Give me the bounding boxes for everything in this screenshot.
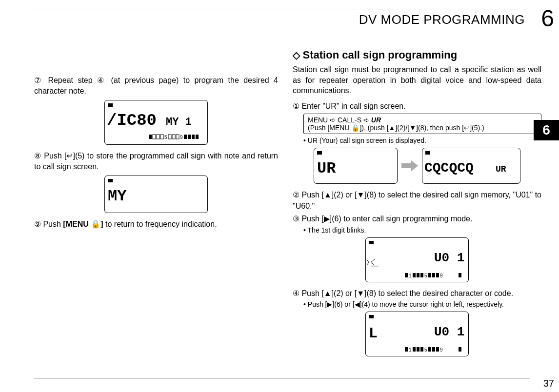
footer-rule <box>34 378 530 378</box>
svg-rect-42 <box>405 347 408 352</box>
svg-text:1: 1 <box>409 347 412 353</box>
svg-rect-28 <box>405 273 408 277</box>
page-root: DV MODE PROGRAMMING 6 6 ⑦ Repeat step ④ … <box>0 0 559 392</box>
svg-rect-49 <box>432 347 435 352</box>
step-1: ① Enter "UR" in call sign screen. <box>293 101 541 112</box>
svg-rect-38 <box>459 273 461 277</box>
svg-rect-10 <box>176 135 179 139</box>
svg-rect-50 <box>436 347 439 352</box>
svg-text:UR: UR <box>496 164 506 174</box>
step-4-note: • Push [▶](6) or [◀](4) to move the curs… <box>303 300 541 309</box>
step-9: ⑨ Push [MENU 🔒] to return to frequency i… <box>34 219 278 230</box>
svg-rect-31 <box>417 273 419 277</box>
svg-text:CQCQCQ: CQCQCQ <box>424 160 474 176</box>
svg-rect-44 <box>413 347 416 352</box>
svg-rect-25 <box>369 241 374 244</box>
menu-path-ur: UR <box>371 116 381 124</box>
svg-rect-12 <box>184 135 187 139</box>
step-9-post: to return to frequency indication. <box>105 220 217 228</box>
svg-text:/IC80: /IC80 <box>107 111 157 130</box>
svg-rect-39 <box>369 315 374 318</box>
step-3: ③ Push [▶](6) to enter call sign program… <box>293 214 541 224</box>
menu-path-box: MENU ➪ CALL-S ➪ UR (Push [MENU 🔒]), (pus… <box>303 114 541 134</box>
section-intro: Station call sign must be programmed to … <box>293 64 541 96</box>
svg-rect-30 <box>413 273 416 277</box>
svg-rect-48 <box>428 347 431 352</box>
svg-rect-4 <box>153 135 156 139</box>
header-rule <box>34 9 530 9</box>
svg-rect-32 <box>420 273 423 277</box>
svg-rect-15 <box>196 135 199 139</box>
right-column: Station call sign programming Station ca… <box>293 49 541 362</box>
svg-rect-14 <box>192 135 195 139</box>
lcd-ur-right: CQCQCQ UR <box>422 148 520 184</box>
page-number: 37 <box>543 378 554 389</box>
svg-text:MY 1: MY 1 <box>166 116 192 128</box>
svg-text:1: 1 <box>409 273 412 278</box>
svg-text:5: 5 <box>424 273 427 278</box>
svg-text:9: 9 <box>180 135 183 140</box>
section-title: Station call sign programming <box>293 49 541 61</box>
lcd-ic80: /IC80 MY 1 5 9 <box>104 100 208 145</box>
svg-rect-16 <box>108 179 113 182</box>
svg-text:_: _ <box>370 254 379 269</box>
svg-text:5: 5 <box>164 135 167 140</box>
svg-rect-18 <box>317 151 322 155</box>
svg-text:9: 9 <box>440 347 443 353</box>
svg-rect-35 <box>432 273 435 277</box>
svg-rect-6 <box>160 135 163 139</box>
svg-rect-52 <box>459 347 461 352</box>
step-3-note: • The 1st digit blinks. <box>303 226 541 235</box>
lcd-ur-pair: UR CQCQCQ UR <box>293 148 541 184</box>
svg-text:U0 1: U0 1 <box>434 325 464 339</box>
svg-rect-45 <box>417 347 419 352</box>
svg-rect-8 <box>168 135 171 139</box>
menu-button-label: [MENU 🔒] <box>63 220 103 228</box>
step-2: ② Push [▲](2) or [▼](8) to select the de… <box>293 190 541 212</box>
svg-rect-34 <box>428 273 431 277</box>
svg-text:MY: MY <box>108 187 127 205</box>
svg-text:L: L <box>369 325 378 342</box>
svg-text:U0 1: U0 1 <box>434 251 464 265</box>
step-9-pre: ⑨ Push <box>34 220 63 228</box>
chapter-title: DV MODE PROGRAMMING <box>359 12 525 27</box>
step-4: ④ Push [▲](2) or [▼](8) to select the de… <box>293 288 541 299</box>
svg-text:5: 5 <box>424 347 427 353</box>
svg-rect-0 <box>108 103 113 107</box>
svg-rect-9 <box>172 135 175 139</box>
lcd-u01-blink: _ U0 1 1 5 9 <box>365 237 469 282</box>
svg-text:UR: UR <box>317 159 336 177</box>
lcd-u01-char: L U0 1 1 5 9 <box>365 312 469 356</box>
step-7: ⑦ Repeat step ④ (at previous page) to pr… <box>34 75 278 97</box>
left-column: ⑦ Repeat step ④ (at previous page) to pr… <box>34 73 278 231</box>
step-1-note: • UR (Your) call sign screen is displaye… <box>303 136 541 145</box>
chapter-number: 6 <box>541 5 554 32</box>
lcd-my: MY <box>104 176 208 213</box>
svg-rect-46 <box>420 347 423 352</box>
svg-text:9: 9 <box>440 273 443 278</box>
svg-marker-21 <box>411 160 418 171</box>
svg-rect-3 <box>149 135 152 139</box>
menu-path-line2: (Push [MENU 🔒]), (push [▲](2)/[▼](8), th… <box>308 124 537 132</box>
svg-rect-20 <box>401 163 411 168</box>
lcd-ur-left: UR <box>314 148 398 184</box>
svg-rect-13 <box>188 135 191 139</box>
menu-path-line1a: MENU ➪ CALL-S ➪ <box>308 116 371 124</box>
svg-rect-5 <box>157 135 160 139</box>
svg-rect-22 <box>425 151 430 155</box>
arrow-right-icon <box>401 158 418 173</box>
step-8: ⑧ Push [↵](5) to store the programmed ca… <box>34 151 278 173</box>
svg-rect-36 <box>436 273 439 277</box>
